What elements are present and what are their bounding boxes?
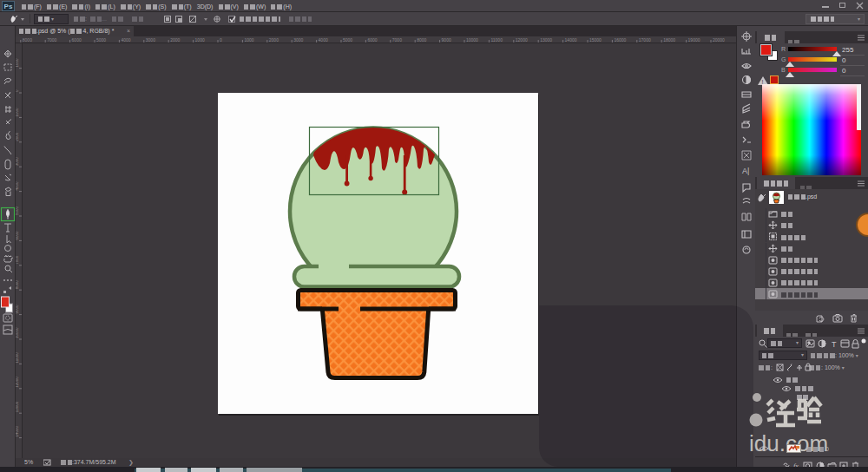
svg-text:20000: 20000 [713,37,725,43]
svg-text:1000: 1000 [195,37,205,43]
svg-text:12000: 12000 [516,37,528,43]
svg-text:13000: 13000 [540,37,552,43]
svg-text:10000: 10000 [16,327,19,338]
svg-text:11000: 11000 [16,352,19,364]
svg-text:4000: 4000 [16,181,19,191]
svg-text:5000: 5000 [96,37,106,43]
svg-text:A|: A| [742,167,749,175]
svg-text:4000: 4000 [319,37,328,43]
svg-text:1000: 1000 [16,58,19,68]
svg-text:8000: 8000 [23,37,32,43]
svg-text:3000: 3000 [146,37,155,43]
svg-text:16000: 16000 [614,37,626,43]
svg-text:8000: 8000 [16,280,19,290]
svg-text:19000: 19000 [688,37,700,43]
svg-text:5000: 5000 [343,37,352,43]
svg-text:6000: 6000 [16,231,19,240]
svg-text:14000: 14000 [16,426,19,437]
svg-text:4000: 4000 [121,37,130,43]
svg-text:11000: 11000 [490,37,503,43]
svg-text:0: 0 [220,37,222,43]
svg-text:7000: 7000 [47,37,56,43]
svg-text:2000: 2000 [170,37,180,43]
svg-text:3000: 3000 [293,37,303,43]
svg-text:3000: 3000 [16,157,19,167]
svg-text:7000: 7000 [16,255,19,265]
svg-text:2000: 2000 [269,37,279,43]
svg-text:9000: 9000 [442,37,451,43]
svg-text:13000: 13000 [16,401,19,412]
svg-text:T: T [832,340,837,349]
svg-text:10000: 10000 [466,37,478,43]
svg-text:8000: 8000 [417,37,426,43]
svg-text:0: 0 [16,89,19,92]
svg-text:6000: 6000 [72,37,82,43]
svg-text:5000: 5000 [16,206,19,215]
svg-text:12000: 12000 [16,377,19,388]
svg-text:17000: 17000 [639,37,651,43]
svg-text:1000: 1000 [16,108,19,117]
svg-text:7000: 7000 [392,37,402,43]
svg-text:1000: 1000 [244,37,253,43]
svg-text:18000: 18000 [663,37,675,43]
svg-text:14000: 14000 [565,37,577,43]
svg-text:6000: 6000 [367,37,377,43]
svg-text:2000: 2000 [16,132,19,141]
svg-text:15000: 15000 [589,37,602,43]
svg-text:9000: 9000 [16,305,19,314]
